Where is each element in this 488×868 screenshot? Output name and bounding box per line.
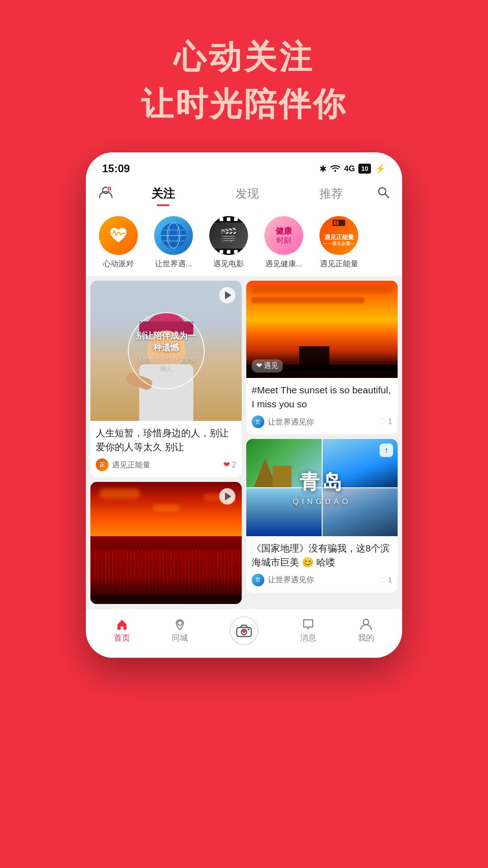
- card-qingdao-title: 《国家地理》没有骗我，这8个滨海城市巨美 😊 哈喽: [252, 542, 392, 569]
- card-sunset-likes: ♡ 1: [379, 417, 392, 427]
- nav-messages[interactable]: 消息: [300, 618, 316, 643]
- tab-discover[interactable]: 发现: [228, 183, 266, 204]
- card-qingdao-author: 世 让世界遇见你: [252, 574, 314, 586]
- status-time: 15:09: [102, 162, 130, 175]
- story-item-health[interactable]: 健康 时刻 遇见健康...: [258, 216, 309, 269]
- story-label-3: 遇见电影: [213, 259, 244, 269]
- card-landscape[interactable]: [90, 482, 242, 604]
- hero-section: 心动关注 让时光陪伴你: [141, 36, 347, 125]
- svg-line-6: [385, 194, 389, 198]
- card-sunset-title: #Meet The sunset is so beautiful, I miss…: [252, 383, 392, 411]
- tab-follow[interactable]: 关注: [144, 183, 182, 204]
- card-child-title: 人生短暂，珍惜身边的人，别让爱你的人等太久 别让: [96, 426, 236, 454]
- signal-label: 4G: [344, 164, 355, 174]
- nav-local[interactable]: 同城: [172, 618, 188, 643]
- story-label-4: 遇见健康...: [265, 259, 302, 269]
- story-item-heartbeat[interactable]: 心动派对: [93, 216, 144, 269]
- status-bar: 15:09 ✱ 4G 10 ⚡: [86, 152, 402, 179]
- nav-profile[interactable]: 我的: [358, 618, 374, 643]
- card-qingdao[interactable]: 青岛 QINGDAO ↑ 《国家地理》没有骗我，这8个滨海城市巨美 😊 哈喽 世…: [246, 439, 398, 593]
- feed: 别让陪伴成为一种遗憾 人生短暂珍惜身边爱你的人 人生短暂，珍惜身边的人，别让爱你…: [86, 276, 402, 609]
- card-child-video[interactable]: 别让陪伴成为一种遗憾 人生短暂珍惜身边爱你的人 人生短暂，珍惜身边的人，别让爱你…: [90, 281, 242, 477]
- share-icon[interactable]: ↑: [380, 443, 393, 457]
- wifi-icon: [330, 164, 340, 174]
- card-child-overlay-text: 别让陪伴成为一种遗憾: [134, 330, 198, 354]
- feed-left-col: 别让陪伴成为一种遗憾 人生短暂珍惜身边爱你的人 人生短暂，珍惜身边的人，别让爱你…: [90, 281, 242, 604]
- nav-tabs: 关注 发现 推荐: [121, 183, 373, 204]
- card-sunset-body: #Meet The sunset is so beautiful, I miss…: [246, 378, 398, 434]
- story-item-world[interactable]: 让世界遇...: [148, 216, 199, 269]
- story-label-1: 心动派对: [103, 259, 134, 269]
- nav-home[interactable]: 首页: [114, 618, 130, 643]
- svg-point-15: [248, 628, 249, 630]
- search-icon[interactable]: [377, 186, 389, 202]
- qingdao-title-cn: 青岛: [300, 469, 345, 495]
- phone-mockup: 15:09 ✱ 4G 10 ⚡ 关注: [86, 152, 402, 658]
- battery-icon: 10: [358, 164, 371, 174]
- card-child-subtext: 人生短暂珍惜身边爱你的人: [134, 356, 198, 372]
- card-qingdao-body: 《国家地理》没有骗我，这8个滨海城市巨美 😊 哈喽 世 让世界遇见你 ♡ 1: [246, 536, 398, 593]
- tab-recommend[interactable]: 推荐: [312, 183, 350, 204]
- user-menu-icon[interactable]: [99, 185, 113, 202]
- card-child-author: 正 遇见正能量: [96, 458, 150, 471]
- nav-bar: 关注 发现 推荐: [86, 179, 402, 212]
- bluetooth-icon: ✱: [319, 164, 327, 174]
- landscape-play-button[interactable]: [219, 488, 235, 505]
- status-icons: ✱ 4G 10 ⚡: [319, 163, 386, 174]
- bottom-nav: 首页 同城: [86, 609, 402, 658]
- story-item-movie[interactable]: 🎬 遇见电影: [203, 216, 254, 269]
- card-qingdao-likes: ♡ 1: [379, 575, 392, 585]
- svg-point-16: [363, 619, 369, 625]
- play-button[interactable]: [219, 287, 235, 303]
- story-label-5: 遇见正能量: [314, 259, 364, 269]
- charging-icon: ⚡: [375, 163, 386, 174]
- feed-right-col: ❤ 遇见 #Meet The sunset is so beautiful, I…: [246, 281, 398, 604]
- nav-camera[interactable]: [230, 616, 258, 645]
- stories-row: 心动派对 让世界遇...: [86, 212, 402, 276]
- card-sunset-author: 世 让世界遇见你: [252, 415, 314, 428]
- story-label-2: 让世界遇...: [155, 259, 192, 269]
- qingdao-title-en: QINGDAO: [293, 497, 351, 506]
- card-child-likes: ❤ 2: [223, 460, 236, 470]
- card-sunset[interactable]: ❤ 遇见 #Meet The sunset is so beautiful, I…: [246, 281, 398, 434]
- story-item-positive[interactable]: 遇见正能量 ——遇见众量— 遇见正能量: [314, 216, 364, 269]
- hero-line2: 让时光陪伴你: [141, 83, 347, 126]
- card-child-body: 人生短暂，珍惜身边的人，别让爱你的人等太久 别让 正 遇见正能量 ❤ 2: [90, 421, 242, 477]
- svg-point-12: [178, 621, 182, 625]
- hero-line1: 心动关注: [141, 36, 347, 79]
